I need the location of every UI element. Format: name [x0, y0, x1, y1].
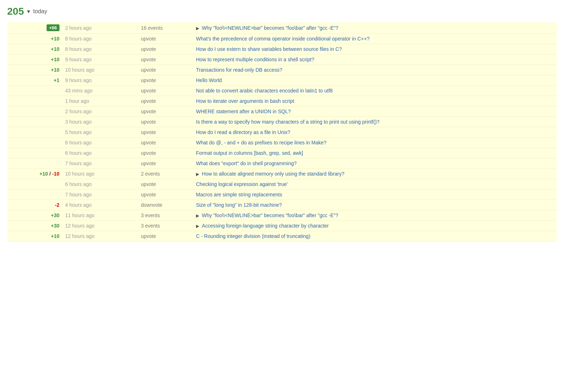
- title-cell[interactable]: Transactions for read-only DB access?: [193, 65, 557, 75]
- time-cell: 10 hours ago: [62, 65, 138, 75]
- score-cell: +10: [7, 34, 62, 44]
- question-link[interactable]: What does "export" do in shell programmi…: [196, 161, 297, 166]
- table-row: 2 hours agoupvoteWHERE statement after a…: [7, 106, 557, 117]
- question-link[interactable]: How do I use extern to share variables b…: [196, 46, 342, 52]
- title-cell[interactable]: How do I read a directory as a file in U…: [193, 127, 557, 138]
- time-cell: 6 hours ago: [62, 148, 138, 158]
- score-cell: +10: [7, 54, 62, 65]
- score-cell: +10: [7, 65, 62, 75]
- question-link[interactable]: Why "foo\\<NEWLINE>bar" becomes "foo\bar…: [202, 25, 338, 31]
- score-cell: -2: [7, 200, 62, 210]
- score-cell: [7, 96, 62, 106]
- question-link[interactable]: Hello World: [196, 77, 222, 83]
- question-link[interactable]: Macros are simple string replacements: [196, 192, 282, 197]
- title-cell[interactable]: Macros are simple string replacements: [193, 190, 557, 200]
- title-cell[interactable]: ▶ Why "foo\\<NEWLINE>bar" becomes "foo\b…: [193, 210, 557, 221]
- title-cell[interactable]: How do I use extern to share variables b…: [193, 44, 557, 54]
- question-link[interactable]: Format output in columns [bash, grep, se…: [196, 150, 303, 156]
- question-link[interactable]: How to represent multiple conditions in …: [196, 57, 314, 62]
- event-cell: upvote: [138, 86, 193, 96]
- score-cell: [7, 117, 62, 127]
- header-row: 205 ▼ today: [7, 6, 557, 17]
- table-row: +19 hours agoupvoteHello World: [7, 75, 557, 86]
- score-cell: +10 / -10: [7, 169, 62, 179]
- title-cell[interactable]: ▶ Why "foo\\<NEWLINE>bar" becomes "foo\b…: [193, 22, 557, 34]
- table-row: +3012 hours ago3 events▶ Accessing forei…: [7, 221, 557, 231]
- event-cell: upvote: [138, 148, 193, 158]
- table-row: +3011 hours ago3 events▶ Why "foo\\<NEWL…: [7, 210, 557, 221]
- table-row: +109 hours agoupvoteHow to represent mul…: [7, 54, 557, 65]
- question-link[interactable]: How to allocate aligned memory only usin…: [202, 171, 344, 177]
- table-row: 7 hours agoupvoteWhat does "export" do i…: [7, 158, 557, 169]
- title-cell[interactable]: WHERE statement after a UNION in SQL?: [193, 106, 557, 117]
- time-cell: 2 hours ago: [62, 22, 138, 34]
- time-cell: 1 hour ago: [62, 96, 138, 106]
- title-cell[interactable]: How to represent multiple conditions in …: [193, 54, 557, 65]
- event-cell: upvote: [138, 34, 193, 44]
- expand-arrow-icon[interactable]: ▶: [196, 172, 200, 177]
- score-cell: +1: [7, 75, 62, 86]
- question-link[interactable]: Not able to convert arabic characters en…: [196, 88, 333, 94]
- question-link[interactable]: What's the precedence of comma operator …: [196, 36, 369, 42]
- question-link[interactable]: C - Rounding integer division (instead o…: [196, 233, 310, 239]
- table-row: +1012 hours agoupvoteC - Rounding intege…: [7, 231, 557, 242]
- expand-arrow-icon[interactable]: ▶: [196, 224, 200, 229]
- period-label: today: [33, 8, 47, 15]
- title-cell[interactable]: Checking logical expression against 'tru…: [193, 179, 557, 190]
- question-link[interactable]: Size of "long long" in 128-bit machine?: [196, 202, 282, 208]
- time-cell: 11 hours ago: [62, 210, 138, 221]
- question-link[interactable]: Why "foo\\<NEWLINE>bar" becomes "foo\bar…: [202, 212, 338, 218]
- table-row: 3 hours agoupvoteIs there a way to speci…: [7, 117, 557, 127]
- title-cell[interactable]: What do @, - and + do as prefixes to rec…: [193, 138, 557, 148]
- title-cell[interactable]: What's the precedence of comma operator …: [193, 34, 557, 44]
- title-cell[interactable]: Size of "long long" in 128-bit machine?: [193, 200, 557, 210]
- table-row: 5 hours agoupvoteHow do I read a directo…: [7, 127, 557, 138]
- question-link[interactable]: Checking logical expression against 'tru…: [196, 181, 288, 187]
- event-cell: upvote: [138, 190, 193, 200]
- title-cell[interactable]: Hello World: [193, 75, 557, 86]
- question-link[interactable]: Is there a way to specify how many chara…: [196, 119, 379, 125]
- expand-arrow-icon[interactable]: ▶: [196, 26, 200, 31]
- title-cell[interactable]: How to iterate over arguments in bash sc…: [193, 96, 557, 106]
- question-link[interactable]: How do I read a directory as a file in U…: [196, 129, 290, 135]
- question-link[interactable]: WHERE statement after a UNION in SQL?: [196, 109, 291, 114]
- table-row: +108 hours agoupvoteWhat's the precedenc…: [7, 34, 557, 44]
- question-link[interactable]: Transactions for read-only DB access?: [196, 67, 282, 73]
- score-badge: +66: [47, 24, 59, 31]
- event-cell: upvote: [138, 44, 193, 54]
- time-cell: 5 hours ago: [62, 127, 138, 138]
- expand-arrow-icon[interactable]: ▶: [196, 213, 200, 218]
- title-cell[interactable]: Format output in columns [bash, grep, se…: [193, 148, 557, 158]
- time-cell: 8 hours ago: [62, 44, 138, 54]
- title-cell[interactable]: C - Rounding integer division (instead o…: [193, 231, 557, 242]
- question-link[interactable]: What do @, - and + do as prefixes to rec…: [196, 140, 326, 145]
- table-row: +108 hours agoupvoteHow do I use extern …: [7, 44, 557, 54]
- time-cell: 6 hours ago: [62, 138, 138, 148]
- score-cell: [7, 86, 62, 96]
- title-cell[interactable]: ▶ How to allocate aligned memory only us…: [193, 169, 557, 179]
- page-container: 205 ▼ today +662 hours ago16 events▶ Why…: [0, 0, 564, 247]
- question-link[interactable]: How to iterate over arguments in bash sc…: [196, 98, 294, 104]
- event-cell: upvote: [138, 231, 193, 242]
- title-cell[interactable]: ▶ Accessing foreign-language string char…: [193, 221, 557, 231]
- event-cell: upvote: [138, 75, 193, 86]
- question-link[interactable]: Accessing foreign-language string charac…: [202, 223, 329, 229]
- time-cell: 2 hours ago: [62, 106, 138, 117]
- table-row: 6 hours agoupvoteFormat output in column…: [7, 148, 557, 158]
- event-cell: 3 events: [138, 210, 193, 221]
- period-dropdown[interactable]: ▼: [26, 9, 31, 14]
- title-cell[interactable]: What does "export" do in shell programmi…: [193, 158, 557, 169]
- score-cell: +66: [7, 22, 62, 34]
- table-row: +662 hours ago16 events▶ Why "foo\\<NEWL…: [7, 22, 557, 34]
- event-cell: upvote: [138, 138, 193, 148]
- time-cell: 12 hours ago: [62, 231, 138, 242]
- score-cell: +10: [7, 231, 62, 242]
- event-cell: 3 events: [138, 221, 193, 231]
- title-cell[interactable]: Not able to convert arabic characters en…: [193, 86, 557, 96]
- rep-table: +662 hours ago16 events▶ Why "foo\\<NEWL…: [7, 22, 557, 242]
- event-cell: upvote: [138, 96, 193, 106]
- event-cell: 2 events: [138, 169, 193, 179]
- time-cell: 9 hours ago: [62, 54, 138, 65]
- title-cell[interactable]: Is there a way to specify how many chara…: [193, 117, 557, 127]
- time-cell: 7 hours ago: [62, 190, 138, 200]
